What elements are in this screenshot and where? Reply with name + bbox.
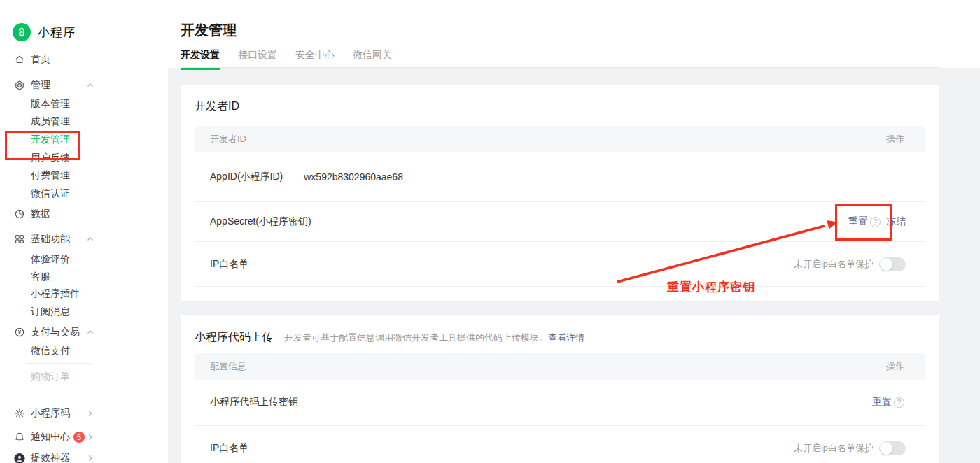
ip-protection-status: 未开启ip白名单保护 <box>794 258 874 271</box>
section-title: 开发者ID <box>195 99 239 114</box>
sidebar-item-payment-trade[interactable]: 支付与交易 <box>0 325 168 340</box>
sidebar-item-experience-rating[interactable]: 体验评价 <box>0 252 168 267</box>
sidebar-item-subscribe-message[interactable]: 订阅消息 <box>0 304 168 320</box>
sidebar-item-label: 小程序码 <box>31 407 70 420</box>
miniprogram-code-icon <box>14 408 25 419</box>
sidebar-item-label: 微信支付 <box>31 345 70 357</box>
table-header: 开发者ID 操作 <box>195 126 925 152</box>
sidebar-item-data[interactable]: 数据 <box>0 206 168 222</box>
reset-appsecret-link[interactable]: 重置 <box>848 215 868 228</box>
sidebar-item-home[interactable]: 首页 <box>0 52 168 67</box>
annotation-callout: 重置小程序密钥 <box>667 279 755 295</box>
sidebar-item-wechat-verify[interactable]: 微信认证 <box>0 186 168 201</box>
sidebar-divider <box>26 363 91 364</box>
table-header: 配置信息 操作 <box>195 353 925 380</box>
brand-name: 小程序 <box>38 24 76 41</box>
ip-whitelist-label: IP白名单 <box>210 258 248 271</box>
sidebar-item-plugins[interactable]: 小程序插件 <box>0 286 168 301</box>
ip-whitelist-label: IP白名单 <box>210 442 248 455</box>
sidebar-item-promo-tool[interactable]: 提效神器 <box>0 450 168 463</box>
wechat-miniprogram-console: 小程序 首页 管理 版本管理 成员管理 开发管理 用户反馈 付费管理 微信认证 <box>0 0 980 463</box>
chevron-right-icon <box>85 432 95 442</box>
sidebar-item-customer-service[interactable]: 客服 <box>0 269 168 285</box>
appid-label: AppID(小程序ID) <box>210 171 283 183</box>
tab-wechat-gateway[interactable]: 微信网关 <box>353 49 392 70</box>
chevron-up-icon[interactable] <box>85 234 95 244</box>
freeze-appsecret-link[interactable]: 冻结 <box>886 215 906 228</box>
sidebar-item-label: 客服 <box>31 271 50 283</box>
code-upload-card: 小程序代码上传 开发者可基于配置信息调用微信开发者工具提供的代码上传模块。 查看… <box>181 315 939 463</box>
sidebar-item-label: 支付与交易 <box>31 326 80 339</box>
chevron-up-icon[interactable] <box>85 327 95 337</box>
sidebar-item-label: 购物订单 <box>31 371 70 383</box>
table-row-appsecret: AppSecret(小程序密钥) 重置 ? 冻结 <box>195 202 925 241</box>
promo-avatar-icon <box>14 453 25 463</box>
sidebar-item-wechat-pay[interactable]: 微信支付 <box>0 343 168 359</box>
notification-badge: 5 <box>74 432 85 443</box>
sidebar-item-mp-code[interactable]: 小程序码 <box>0 406 168 421</box>
appid-value: wx592b8302960aae68 <box>304 171 403 183</box>
bell-icon <box>14 432 25 443</box>
appsecret-label: AppSecret(小程序密钥) <box>210 215 312 228</box>
sidebar-item-manage[interactable]: 管理 <box>0 78 168 93</box>
tab-api-settings[interactable]: 接口设置 <box>238 49 277 70</box>
chevron-right-icon <box>85 408 95 418</box>
data-pie-icon <box>14 208 25 220</box>
ip-whitelist-toggle[interactable] <box>879 257 906 271</box>
sidebar-item-label: 提效神器 <box>31 452 70 463</box>
sidebar-item-label: 通知中心 <box>31 431 70 443</box>
sidebar-item-label: 付费管理 <box>31 169 70 182</box>
sidebar: 小程序 首页 管理 版本管理 成员管理 开发管理 用户反馈 付费管理 微信认证 <box>0 0 168 463</box>
page-title: 开发管理 <box>181 21 237 40</box>
manage-icon <box>14 80 25 91</box>
sidebar-item-label: 订阅消息 <box>31 306 70 318</box>
table-header-left: 配置信息 <box>210 360 246 373</box>
ip-protection-status: 未开启ip白名单保护 <box>794 442 874 455</box>
tab-security-center[interactable]: 安全中心 <box>295 49 335 70</box>
table-header-left: 开发者ID <box>210 133 246 145</box>
chevron-up-icon[interactable] <box>85 80 95 90</box>
ip-whitelist-toggle[interactable] <box>879 441 906 455</box>
sidebar-item-paid-manage[interactable]: 付费管理 <box>0 168 168 183</box>
tab-bar: 开发设置 接口设置 安全中心 微信网关 <box>181 49 392 70</box>
sidebar-item-label: 开发管理 <box>31 134 70 146</box>
section-description: 开发者可基于配置信息调用微信开发者工具提供的代码上传模块。 <box>284 332 548 344</box>
reset-upload-key-link[interactable]: 重置 <box>872 396 892 408</box>
sidebar-item-user-feedback[interactable]: 用户反馈 <box>0 150 168 166</box>
sidebar-item-version-manage[interactable]: 版本管理 <box>0 97 168 112</box>
view-details-link[interactable]: 查看详情 <box>548 332 584 344</box>
home-icon <box>14 54 25 65</box>
sidebar-item-label: 成员管理 <box>31 115 70 128</box>
sidebar-item-label: 体验评价 <box>31 253 70 266</box>
sidebar-item-notification-center[interactable]: 通知中心 5 <box>0 429 168 445</box>
developer-id-card: 开发者ID 开发者ID 操作 AppID(小程序ID) wx592b830296… <box>181 85 939 301</box>
brand-logo: 小程序 <box>13 23 76 41</box>
table-row-appid: AppID(小程序ID) wx592b8302960aae68 <box>195 152 925 201</box>
upload-key-label: 小程序代码上传密钥 <box>210 396 298 408</box>
sidebar-item-basic-functions[interactable]: 基础功能 <box>0 232 168 247</box>
sidebar-item-label: 基础功能 <box>31 233 70 245</box>
table-header-actions: 操作 <box>886 360 904 373</box>
grid-icon <box>14 234 25 245</box>
table-row-ip-whitelist: IP白名单 未开启ip白名单保护 <box>195 426 925 463</box>
sidebar-item-label: 首页 <box>31 53 50 66</box>
sidebar-item-dev-manage[interactable]: 开发管理 <box>0 132 168 148</box>
sidebar-item-member-manage[interactable]: 成员管理 <box>0 114 168 129</box>
sidebar-item-label: 微信认证 <box>31 187 70 200</box>
row-divider <box>195 286 925 287</box>
table-row-upload-key: 小程序代码上传密钥 重置 ? <box>195 380 925 425</box>
sidebar-item-label: 管理 <box>31 79 50 92</box>
table-row-ip-whitelist: IP白名单 未开启ip白名单保护 <box>195 242 925 286</box>
help-icon[interactable]: ? <box>894 397 904 408</box>
sidebar-item-label: 数据 <box>31 208 50 220</box>
miniprogram-logo-icon <box>13 23 31 41</box>
sidebar-item-label: 用户反馈 <box>31 152 70 164</box>
tab-dev-settings[interactable]: 开发设置 <box>181 49 220 70</box>
sidebar-item-shopping-orders[interactable]: 购物订单 <box>0 369 168 385</box>
section-title: 小程序代码上传 <box>195 330 273 345</box>
table-header-actions: 操作 <box>886 133 904 145</box>
help-icon[interactable]: ? <box>870 217 881 227</box>
chevron-right-icon <box>85 453 95 463</box>
sidebar-item-label: 版本管理 <box>31 98 70 111</box>
sidebar-item-label: 小程序插件 <box>31 287 80 300</box>
